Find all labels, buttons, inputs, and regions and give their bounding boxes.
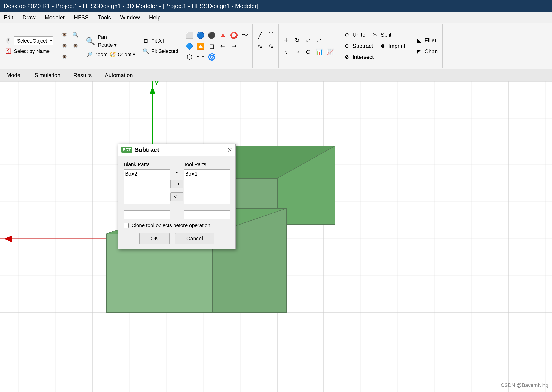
menu-edit[interactable]: Edit — [2, 14, 15, 22]
cylinder2-icon[interactable]: ⬡ — [184, 52, 195, 62]
tab-results[interactable]: Results — [71, 70, 94, 80]
imprint-btn[interactable]: ⊗ Imprint — [376, 41, 408, 51]
align-icon[interactable]: ⇥ — [292, 47, 302, 57]
tool-parts-label: Tool Parts — [184, 161, 230, 168]
surface-icon[interactable]: ◻ — [206, 41, 217, 51]
input-fields-row — [124, 209, 230, 219]
select-by-name-icon: 🅂 — [4, 47, 13, 56]
tool-parts-input[interactable] — [184, 210, 230, 219]
pan-btn[interactable]: Pan — [96, 34, 118, 41]
dialog-title-text: EDT Subtract — [121, 146, 159, 153]
rotate-label: Rotate ▾ — [98, 42, 117, 48]
point-icon[interactable]: · — [255, 52, 265, 62]
chart2-icon[interactable]: 📈 — [325, 47, 335, 57]
unite-btn[interactable]: ⊕ Unite — [340, 30, 368, 40]
menu-modeler[interactable]: Modeler — [43, 14, 67, 22]
fit-group: ⊞ Fit All 🔍 Fit Selected — [139, 24, 182, 68]
navigation-group: 🔍 Pan Rotate ▾ 🔎 Zoom 🧭 Orient ▾ — [84, 24, 138, 68]
box-icon[interactable]: ⬜ — [184, 30, 195, 40]
mirror-icon[interactable]: ⇌ — [314, 35, 324, 45]
helix-icon[interactable]: 🌀 — [206, 52, 217, 62]
select-object-select[interactable]: Select:Object Select:Face Select:Edge Se… — [14, 36, 53, 45]
chan-btn[interactable]: ◤ Chan — [412, 46, 440, 56]
cylinder-icon[interactable]: 🔵 — [196, 30, 206, 40]
fit-selected-btn[interactable]: 🔍 Fit Selected — [140, 46, 180, 56]
cone-icon[interactable]: 🔺 — [218, 30, 228, 40]
spline-icon[interactable]: ∿ — [266, 41, 276, 51]
eye-icon-4[interactable]: 👁️ — [70, 41, 80, 51]
menu-hfss[interactable]: HFSS — [72, 14, 91, 22]
boolean-ops-group: ✛ ↻ ⤢ ⇌ ↕ ⇥ ⊕ 📊 📈 — [280, 24, 338, 68]
select-icon: 🖱️ — [4, 37, 13, 45]
subtract-btn[interactable]: ⊖ Subtract — [340, 41, 375, 51]
grid-svg: Y Z ➜ — [0, 81, 552, 392]
select-by-name-btn[interactable]: 🅂 Select by Name — [3, 46, 51, 56]
dialog-close-btn[interactable]: ✕ — [227, 147, 232, 153]
boolean-named-group: ⊕ Unite ✂ Split ⊖ Subtract ⊗ Imprint ⊘ I… — [340, 24, 410, 68]
fit-all-label: Fit All — [151, 38, 164, 44]
unite-label: Unite — [352, 32, 365, 38]
revolve-icon[interactable]: ↩ — [218, 41, 228, 51]
curve-icon[interactable]: 〜 — [240, 30, 250, 40]
intersect-label: Intersect — [352, 54, 374, 60]
select-by-name-label: Select by Name — [14, 48, 50, 54]
bezier-icon[interactable]: ∿ — [255, 41, 265, 51]
edt-badge: EDT — [121, 147, 132, 153]
svg-rect-1 — [0, 81, 552, 392]
axis-icon[interactable]: ⊕ — [303, 47, 313, 57]
tool-parts-list[interactable] — [184, 169, 230, 204]
sphere-icon[interactable]: ⚫ — [206, 30, 217, 40]
tab-simulation[interactable]: Simulation — [32, 70, 63, 80]
tab-bar: Model Simulation Results Automation — [0, 69, 552, 81]
intersect-btn[interactable]: ⊘ Intersect — [340, 52, 376, 62]
fillet-btn[interactable]: ◣ Fillet — [412, 35, 439, 46]
fillet-label: Fillet — [425, 37, 436, 44]
menu-help[interactable]: Help — [147, 14, 163, 22]
view-icons-group: 👁️ 🔍 👁️ 👁️ 👁️ — [58, 24, 83, 68]
rotate-btn[interactable]: Rotate ▾ — [96, 41, 118, 49]
menu-draw[interactable]: Draw — [21, 14, 37, 22]
draw-tools-group: ╱ ⌒ ∿ ∿ · — [254, 24, 279, 68]
offset-icon[interactable]: ↕ — [281, 47, 291, 57]
curve2-icon[interactable]: 〰 — [196, 52, 206, 62]
svg-text:Y: Y — [154, 81, 159, 87]
blank-parts-input[interactable] — [124, 210, 170, 219]
trunc-icon[interactable]: 🔷 — [184, 41, 195, 51]
move-icon[interactable]: ✛ — [281, 35, 291, 45]
line-icon[interactable]: ╱ — [255, 30, 265, 40]
select-object-dropdown[interactable]: 🖱️ Select:Object Select:Face Select:Edge… — [3, 36, 54, 46]
clone-label: Clone tool objects before operation — [131, 223, 210, 228]
eye-icon-2[interactable]: 🔍 — [70, 30, 80, 40]
eye-icon-5[interactable]: 👁️ — [59, 52, 69, 62]
eye-icon-3[interactable]: 👁️ — [59, 41, 69, 51]
split-icon: ✂ — [371, 31, 379, 39]
cancel-btn[interactable]: Cancel — [175, 233, 214, 244]
scale-icon[interactable]: ⤢ — [303, 35, 313, 45]
blank-parts-col: Blank Parts — [124, 161, 170, 205]
clone-checkbox[interactable] — [124, 223, 129, 228]
zoom-magnifier-icon[interactable]: 🔍 — [85, 36, 95, 46]
tab-model[interactable]: Model — [4, 70, 24, 80]
ok-btn[interactable]: OK — [139, 233, 170, 244]
menu-tools[interactable]: Tools — [96, 14, 113, 22]
eye-icon-1[interactable]: 👁️ — [59, 30, 69, 40]
arrow-right-btn[interactable]: --> — [170, 180, 183, 188]
split-btn[interactable]: ✂ Split — [368, 30, 394, 40]
sweep-icon[interactable]: ↪ — [229, 41, 239, 51]
bar-chart-icon[interactable]: 📊 — [314, 47, 324, 57]
tab-automation[interactable]: Automation — [102, 70, 135, 80]
viewport[interactable]: Y Z ➜ CSDN @BayernNing EDT Subtract — [0, 81, 552, 392]
rotate2-icon[interactable]: ↻ — [292, 35, 302, 45]
separator-dash: - — [176, 168, 178, 175]
arc-icon[interactable]: ⌒ — [266, 30, 276, 40]
torus-icon[interactable]: ⭕ — [229, 30, 239, 40]
fit-all-btn[interactable]: ⊞ Fit All — [140, 36, 165, 46]
menu-window[interactable]: Window — [118, 14, 142, 22]
svg-text:Z ➜: Z ➜ — [280, 192, 292, 201]
imprint-label: Imprint — [389, 43, 405, 49]
chan-label: Chan — [425, 48, 438, 55]
blank-parts-list[interactable] — [124, 169, 170, 204]
arrow-left-btn[interactable]: <-- — [170, 192, 183, 201]
extrude-icon[interactable]: 🔼 — [196, 41, 206, 51]
dialog-buttons: OK Cancel — [124, 233, 230, 244]
